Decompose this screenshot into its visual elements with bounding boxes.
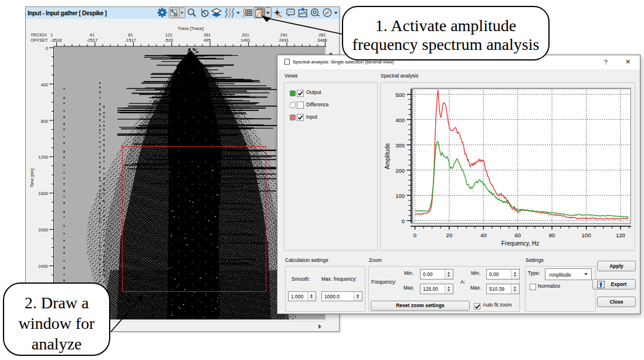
svg-text:2000: 2000	[38, 227, 48, 233]
svg-text:60: 60	[514, 232, 521, 238]
svg-text:-520: -520	[164, 38, 173, 43]
svg-text:241: 241	[280, 32, 288, 38]
svg-text:-3518: -3518	[50, 38, 62, 43]
svg-text:0: 0	[413, 232, 416, 238]
svg-text:120: 120	[616, 232, 625, 238]
svg-text:100: 100	[395, 193, 405, 199]
svg-text:80: 80	[549, 232, 555, 238]
svg-text:Time [ms]: Time [ms]	[29, 169, 35, 188]
svg-text:-1517: -1517	[125, 38, 136, 43]
svg-text:1600: 1600	[38, 191, 48, 196]
svg-text:300: 300	[395, 142, 405, 149]
svg-text:1491: 1491	[240, 38, 250, 43]
svg-text:TRCIDX: TRCIDX	[30, 32, 47, 38]
svg-text:200: 200	[395, 167, 405, 174]
svg-text:121: 121	[165, 32, 173, 38]
svg-text:-2517: -2517	[86, 38, 97, 43]
svg-text:2491: 2491	[279, 38, 289, 43]
svg-text:500: 500	[395, 92, 405, 98]
svg-text:400: 400	[395, 117, 405, 123]
svg-text:0: 0	[402, 218, 405, 224]
svg-text:0: 0	[46, 46, 48, 51]
svg-text:81: 81	[128, 32, 133, 38]
svg-text:Amplitude: Amplitude	[384, 143, 391, 169]
svg-text:800: 800	[40, 119, 48, 124]
svg-text:281: 281	[318, 32, 326, 38]
svg-text:495: 495	[204, 38, 211, 43]
svg-text:41: 41	[90, 32, 94, 38]
svg-text:Frequency, Hz: Frequency, Hz	[501, 240, 539, 247]
svg-text:100: 100	[582, 232, 591, 238]
svg-text:40: 40	[480, 232, 487, 238]
svg-text:Trace [Trace]: Trace [Trace]	[178, 26, 204, 31]
svg-text:20: 20	[446, 232, 453, 238]
svg-text:2400: 2400	[38, 264, 48, 269]
svg-text:400: 400	[40, 82, 48, 88]
svg-text:1: 1	[50, 32, 53, 38]
svg-text:3486: 3486	[317, 38, 327, 43]
svg-text:OFFSET: OFFSET	[30, 38, 48, 43]
svg-text:1200: 1200	[38, 154, 48, 160]
svg-text:161: 161	[204, 32, 211, 38]
svg-text:201: 201	[242, 32, 249, 38]
